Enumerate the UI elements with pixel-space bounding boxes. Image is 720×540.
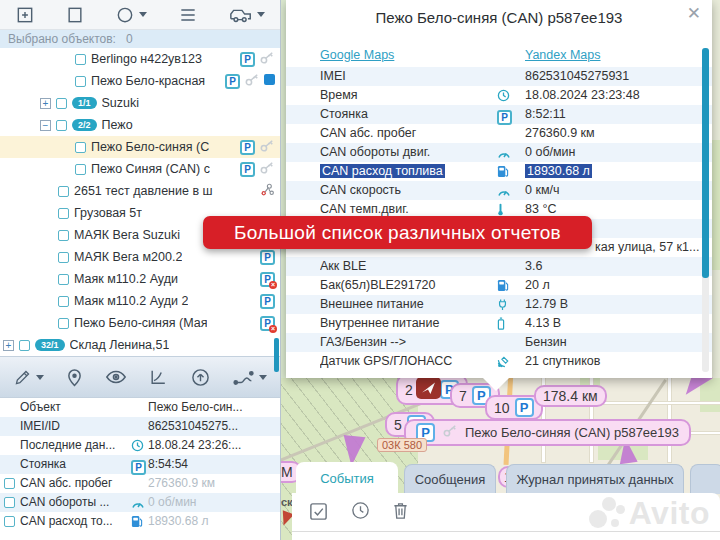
parking-icon: P: [260, 294, 275, 309]
dropdown-caret-icon[interactable]: [259, 375, 267, 380]
battery-icon: [497, 317, 515, 331]
close-icon[interactable]: ✕: [687, 5, 701, 22]
select-all-icon[interactable]: [308, 501, 329, 525]
detail-value: 276360.9 км: [148, 474, 215, 493]
tree-item[interactable]: +1/1Suzuki: [0, 92, 280, 114]
popup-param-row: ГАЗ/Бензин -->Бензин: [286, 333, 712, 352]
tree-item[interactable]: +32/1Склад Ленина,51: [0, 334, 280, 356]
google-maps-link[interactable]: Google Maps: [320, 48, 394, 62]
scrollbar-thumb[interactable]: [274, 338, 279, 372]
detail-label: CAN обороты ...: [20, 493, 130, 512]
item-checkbox[interactable]: [58, 230, 69, 241]
parking-icon: P: [497, 110, 512, 125]
objects-toolbar: [0, 0, 280, 30]
tree-item-label: Berlingo н422ув123: [91, 52, 202, 66]
tree-item[interactable]: Маяк м110.2 АудиP×: [0, 268, 280, 290]
chart-icon[interactable]: [149, 368, 168, 386]
fuel-icon: [497, 165, 515, 179]
delete-icon[interactable]: [392, 501, 409, 525]
param-label: Датчик GPS/ГЛОНАСС: [320, 352, 492, 371]
tree-item[interactable]: Пежо Синяя (CAN) сP: [0, 158, 280, 180]
tree-item[interactable]: Пежо Бело-краснаяP: [0, 70, 280, 92]
dropdown-caret-icon[interactable]: [36, 375, 44, 380]
tree-item[interactable]: Berlingo н422ув123P: [0, 48, 280, 70]
map-links-row: Google Maps Yandex Maps: [286, 48, 712, 67]
item-checkbox[interactable]: [58, 186, 69, 197]
item-checkbox[interactable]: [58, 208, 69, 219]
expand-toggle-icon[interactable]: +: [40, 98, 51, 109]
item-checkbox[interactable]: [75, 142, 86, 153]
expand-toggle-icon[interactable]: +: [3, 340, 14, 351]
parking-icon: P: [240, 162, 255, 177]
item-checkbox[interactable]: [75, 76, 86, 87]
tree-item[interactable]: 2651 тест давление в ш: [0, 180, 280, 202]
item-checkbox[interactable]: [19, 340, 30, 351]
sensor-checkbox[interactable]: [4, 497, 15, 508]
popup-param-row: Внутреннее питание4.13 В: [286, 314, 712, 333]
vehicle-map-label[interactable]: PПежо Бело-синяя (CAN) p587ee193: [404, 419, 691, 446]
item-checkbox[interactable]: [56, 120, 67, 131]
item-checkbox[interactable]: [56, 98, 67, 109]
param-value: 276360.9 км: [525, 124, 595, 143]
tab-messages[interactable]: Сообщения: [404, 464, 496, 494]
tree-item-label: Пежо Синяя (CAN) с: [91, 162, 210, 176]
selection-bar: Выбрано объектов: 0: [0, 30, 280, 48]
scrollbar[interactable]: [702, 48, 709, 372]
vehicle-icon[interactable]: [229, 5, 265, 25]
tree-item-label: Пежо Бело-красная: [91, 74, 205, 88]
scrollbar-thumb[interactable]: [702, 48, 709, 278]
status-square-icon: [264, 74, 275, 85]
marker-count: 10: [494, 400, 510, 416]
map-marker-badge[interactable]: 178.4 км: [534, 385, 607, 407]
param-value: 21 спутников: [525, 352, 600, 371]
time-icon[interactable]: [351, 501, 370, 525]
eye-icon[interactable]: [105, 369, 127, 385]
popup-param-row: CAN скорость0 км/ч: [286, 181, 712, 200]
item-checkbox[interactable]: [58, 252, 69, 263]
tree-item[interactable]: Пежо Бело-синяя (СP: [0, 136, 280, 158]
tab-label: События: [320, 471, 374, 486]
sensor-checkbox[interactable]: [4, 478, 15, 489]
expand-toggle-icon[interactable]: −: [40, 120, 51, 131]
item-status-icons: P: [240, 51, 275, 68]
popup-param-row: Датчик GPS/ГЛОНАСС21 спутников: [286, 352, 712, 371]
shape-circle-icon[interactable]: [115, 5, 147, 25]
route-icon[interactable]: [233, 368, 267, 386]
tab-events[interactable]: События: [296, 462, 398, 494]
export-icon[interactable]: [191, 368, 210, 387]
parking-icon: P: [225, 74, 240, 89]
yandex-maps-link[interactable]: Yandex Maps: [525, 48, 601, 62]
tab-data-log[interactable]: Журнал принятых данных: [506, 464, 684, 494]
shape-square-icon[interactable]: [65, 5, 85, 25]
item-checkbox[interactable]: [75, 54, 86, 65]
add-object-icon[interactable]: [15, 5, 35, 25]
param-value: 18.08.2024 23:23:48: [525, 86, 640, 105]
tree-item[interactable]: МАЯК Вега м200.2P: [0, 246, 280, 268]
tree-item-label: Suzuki: [102, 96, 140, 110]
tree-item[interactable]: Маяк м110.2 Ауди 2P: [0, 290, 280, 312]
detail-row: CAN абс. пробег276360.9 км: [0, 474, 280, 493]
location-icon[interactable]: [67, 368, 82, 387]
sensor-checkbox[interactable]: [4, 516, 15, 527]
item-checkbox[interactable]: [75, 164, 86, 175]
popup-param-row: CAN абс. пробег276360.9 км: [286, 124, 712, 143]
dropdown-caret-icon[interactable]: [257, 12, 265, 17]
parking-icon: P: [260, 250, 275, 265]
tree-item[interactable]: Пежо Бело-синяя (МаяP×: [0, 312, 280, 334]
popup-title: Пежо Бело-синяя (CAN) p587ee193: [316, 9, 682, 26]
tab-extra[interactable]: [690, 464, 720, 494]
promo-banner: Большой список различных отчетов: [203, 216, 592, 249]
edit-icon[interactable]: [13, 368, 44, 387]
dropdown-caret-icon[interactable]: [139, 12, 147, 17]
item-checkbox[interactable]: [58, 274, 69, 285]
tree-item-label: 2651 тест давление в ш: [74, 184, 213, 198]
item-checkbox[interactable]: [58, 318, 69, 329]
list-icon[interactable]: [177, 5, 199, 25]
item-checkbox[interactable]: [58, 296, 69, 307]
param-label: Стоянка: [320, 105, 492, 124]
popup-param-row: СтоянкаP8:52:11: [286, 105, 712, 124]
tree-item-label: Грузовая 5т: [74, 206, 142, 220]
selection-label: Выбрано объектов:: [8, 32, 116, 46]
param-value: Бензин: [525, 333, 567, 352]
tree-item[interactable]: −2/2Пежо: [0, 114, 280, 136]
